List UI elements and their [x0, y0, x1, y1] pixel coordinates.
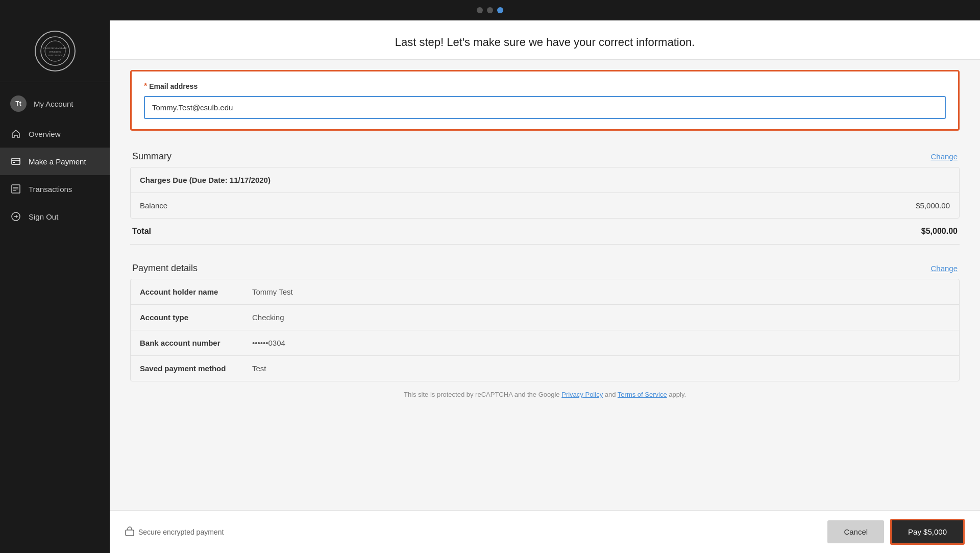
- payment-details-title: Payment details: [132, 263, 198, 274]
- home-icon: [10, 128, 21, 139]
- sidebar-item-sign-out[interactable]: Sign Out: [0, 203, 110, 230]
- summary-section: Summary Change Charges Due (Due Date: 11…: [130, 143, 960, 245]
- main-layout: CALIFORNIA STATE UNIVERSITY LONG BEACH T…: [0, 20, 980, 553]
- pay-button[interactable]: Pay $5,000: [890, 519, 965, 545]
- recaptcha-and: and: [605, 391, 618, 398]
- email-label: * Email address: [144, 82, 946, 91]
- sidebar-item-transactions[interactable]: Transactions: [0, 175, 110, 203]
- summary-table: Charges Due (Due Date: 11/17/2020) Balan…: [130, 167, 960, 219]
- email-input[interactable]: [144, 96, 946, 119]
- terms-of-service-link[interactable]: Terms of Service: [618, 391, 667, 398]
- sidebar-item-make-payment[interactable]: Make a Payment: [0, 148, 110, 175]
- bank-account-row: Bank account number ••••••0304: [131, 330, 959, 356]
- secure-notice: Secure encrypted payment: [125, 526, 224, 538]
- payment-details-header: Payment details Change: [130, 255, 960, 279]
- footer: Secure encrypted payment Cancel Pay $5,0…: [110, 510, 980, 553]
- bank-account-value: ••••••0304: [252, 339, 285, 347]
- lock-icon: [125, 526, 134, 538]
- university-logo: CALIFORNIA STATE UNIVERSITY LONG BEACH: [35, 31, 76, 71]
- progress-dots: [477, 7, 503, 13]
- content-area: Last step! Let's make sure we have your …: [110, 20, 980, 553]
- account-holder-value: Tommy Test: [252, 287, 293, 296]
- payment-details-section: Payment details Change Account holder na…: [130, 255, 960, 381]
- sidebar-item-overview[interactable]: Overview: [0, 120, 110, 148]
- recaptcha-notice: This site is protected by reCAPTCHA and …: [130, 391, 960, 398]
- cancel-button[interactable]: Cancel: [827, 520, 884, 543]
- account-holder-key: Account holder name: [140, 287, 252, 296]
- page-header: Last step! Let's make sure we have your …: [110, 20, 980, 60]
- bank-account-key: Bank account number: [140, 339, 252, 347]
- svg-rect-5: [12, 158, 20, 164]
- privacy-policy-link[interactable]: Privacy Policy: [561, 391, 603, 398]
- sidebar-item-sign-out-label: Sign Out: [29, 212, 58, 221]
- sidebar-logo: CALIFORNIA STATE UNIVERSITY LONG BEACH: [0, 20, 110, 82]
- total-label: Total: [132, 227, 151, 236]
- balance-value: $5,000.00: [916, 201, 950, 210]
- recaptcha-apply: apply.: [669, 391, 686, 398]
- account-type-key: Account type: [140, 313, 252, 322]
- footer-buttons: Cancel Pay $5,000: [827, 519, 965, 545]
- sidebar-item-my-account-label: My Account: [34, 100, 74, 108]
- svg-rect-7: [13, 162, 15, 163]
- svg-text:UNIVERSITY: UNIVERSITY: [49, 51, 61, 53]
- payment-details-change-button[interactable]: Change: [930, 264, 958, 273]
- secure-label: Secure encrypted payment: [138, 528, 224, 536]
- signout-icon: [10, 211, 21, 222]
- sidebar-navigation: Tt My Account Overview: [0, 82, 110, 553]
- account-type-value: Checking: [252, 313, 284, 322]
- sidebar-item-overview-label: Overview: [29, 130, 61, 138]
- user-avatar-icon: Tt: [10, 95, 27, 112]
- recaptcha-text: This site is protected by reCAPTCHA and …: [404, 391, 560, 398]
- page-body: * Email address Summary Change Charges D…: [110, 60, 980, 510]
- saved-payment-row: Saved payment method Test: [131, 356, 959, 381]
- transactions-icon: [10, 183, 21, 195]
- progress-dot-3: [497, 7, 503, 13]
- page-title: Last step! Let's make sure we have your …: [120, 36, 970, 49]
- required-star: *: [144, 82, 147, 91]
- svg-text:LONG BEACH: LONG BEACH: [47, 54, 63, 57]
- email-field-label: Email address: [149, 82, 198, 90]
- balance-label: Balance: [140, 201, 167, 210]
- sidebar: CALIFORNIA STATE UNIVERSITY LONG BEACH T…: [0, 20, 110, 553]
- total-row: Total $5,000.00: [130, 219, 960, 245]
- progress-dot-1: [477, 7, 483, 13]
- balance-row: Balance $5,000.00: [131, 193, 959, 218]
- saved-payment-key: Saved payment method: [140, 364, 252, 373]
- summary-title: Summary: [132, 151, 172, 162]
- charges-due-label: Charges Due (Due Date: 11/17/2020): [140, 176, 271, 184]
- account-holder-row: Account holder name Tommy Test: [131, 279, 959, 305]
- account-type-row: Account type Checking: [131, 305, 959, 330]
- progress-dot-2: [487, 7, 493, 13]
- payment-icon: [10, 156, 21, 167]
- sidebar-item-make-payment-label: Make a Payment: [29, 157, 86, 166]
- svg-text:CALIFORNIA STATE: CALIFORNIA STATE: [43, 47, 67, 50]
- payment-details-table: Account holder name Tommy Test Account t…: [130, 279, 960, 381]
- sidebar-item-transactions-label: Transactions: [29, 185, 72, 194]
- summary-change-button[interactable]: Change: [930, 152, 958, 161]
- sidebar-item-my-account[interactable]: Tt My Account: [0, 87, 110, 120]
- total-value: $5,000.00: [921, 227, 958, 236]
- email-section: * Email address: [130, 70, 960, 131]
- svg-rect-13: [126, 530, 134, 536]
- saved-payment-value: Test: [252, 364, 266, 373]
- top-bar: [0, 0, 980, 20]
- summary-header: Summary Change: [130, 143, 960, 167]
- charges-due-row: Charges Due (Due Date: 11/17/2020): [131, 167, 959, 193]
